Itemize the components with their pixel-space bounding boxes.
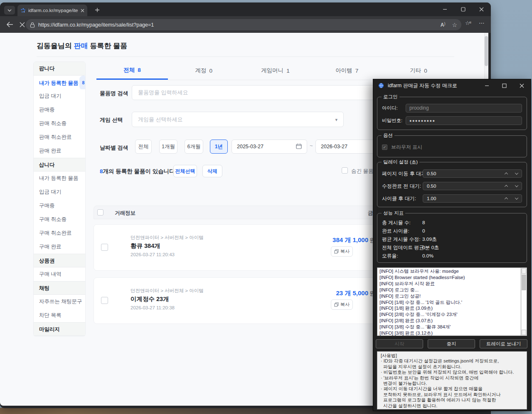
check-icon: ✓	[383, 145, 386, 149]
scroll-up-icon[interactable]	[522, 268, 526, 274]
send-to-tray-button[interactable]: 트레이로 보내기	[480, 339, 527, 348]
id-input[interactable]: prooding	[406, 104, 522, 113]
tab-close-icon[interactable]	[81, 9, 84, 12]
spin-down-icon[interactable]	[515, 171, 518, 174]
stat-total-posts-label: 총 게시물 수:	[382, 220, 411, 226]
spin-up-icon[interactable]	[505, 197, 508, 201]
collections-icon[interactable]: ☆≡	[465, 20, 470, 26]
log-panel[interactable]: [INFO] 시스템 브라우저 사용: msedge[INFO] Browser…	[377, 267, 527, 336]
sidebar-item-deposit-wait[interactable]: 입금 대기	[34, 89, 85, 103]
tab-etc[interactable]: 기타0	[383, 61, 454, 80]
usage-line: 프로그램의 로그창을 활용하여 에러가 나지 않는 적절한	[381, 397, 523, 403]
select-all-rows-checkbox[interactable]	[97, 209, 103, 216]
tab-search-button[interactable]	[4, 6, 15, 15]
log-scroll-thumb[interactable]	[522, 274, 526, 290]
tab-item[interactable]: 아이템7	[311, 61, 383, 80]
maximize-icon[interactable]	[461, 7, 466, 12]
url-text: https://idfarm.co.kr/mypage/items/sale/l…	[38, 22, 441, 28]
game-select[interactable]: 게임을 선택하세요 ▾	[132, 112, 344, 127]
stat-avg-edit-label: 평균 게시물 수정:	[382, 236, 420, 243]
read-aloud-icon[interactable]: A)	[441, 22, 446, 28]
calendar-icon[interactable]	[296, 143, 302, 150]
sidebar-item-buy-deposit-wait[interactable]: 입금 대기	[34, 185, 85, 199]
sidebar-item-buy-cancel-done[interactable]: 구매 취소완료	[34, 226, 85, 240]
row-checkbox[interactable]	[101, 297, 108, 304]
usage-line: · 페이지 이동 대기시간을 너무 짧게 잡으면 매물을	[381, 386, 523, 392]
log-line: [INFO] [2/8] 수정 중... '이계정수 23개'	[379, 311, 520, 318]
minimize-icon[interactable]	[442, 7, 448, 12]
spin-down-icon[interactable]	[515, 184, 518, 187]
spin-up-icon[interactable]	[505, 185, 508, 188]
sidebar-item-sale-done[interactable]: 판매 완료	[34, 144, 85, 158]
close-icon[interactable]	[479, 7, 484, 12]
log-line: [INFO] 시스템 브라우저 사용: msedge	[379, 268, 520, 274]
sidebar-item-buy-registered[interactable]: 내가 등록한 물품	[34, 171, 85, 185]
stat-cycles-value: 0	[422, 228, 425, 234]
sidebar-item-buying[interactable]: 구매중	[34, 199, 85, 213]
date-from-field[interactable]: 2025-03-27	[232, 140, 307, 154]
sidebar-header-mileage: 마일리지	[34, 322, 85, 336]
favorite-star-icon[interactable]: ☆	[452, 22, 457, 28]
date-range-1m-button[interactable]: 1개월	[159, 140, 177, 154]
hidden-items-checkbox[interactable]	[342, 167, 348, 174]
log-scrollbar[interactable]	[521, 268, 527, 336]
sidebar-item-sale-canceling[interactable]: 판매 취소중	[34, 117, 85, 130]
stat-total-posts-value: 8	[422, 220, 425, 225]
maximize-icon[interactable]	[502, 83, 507, 88]
browser-tab-strip: idfarm.co.kr/mypage/items/sale/lis	[0, 2, 491, 16]
sidebar-item-chat-phrases[interactable]: 자주쓰는 채팅문구	[34, 295, 85, 309]
options-group-label: 옵션	[382, 132, 394, 139]
delay-edit-spinner[interactable]: 0.50	[423, 182, 522, 190]
delay-cycle-spinner[interactable]: 1.00	[423, 194, 522, 203]
spin-up-icon[interactable]	[505, 172, 508, 176]
password-input[interactable]: ●●●●●●●●●	[406, 116, 522, 125]
date-range-all-button[interactable]: 전체	[135, 140, 152, 154]
date-range-1y-button[interactable]: 1년	[210, 140, 228, 154]
copy-button[interactable]: 복사	[331, 246, 353, 257]
log-line: [INFO] [2/8] 완료 (3.07초)	[379, 318, 520, 324]
log-line: [INFO] 로그인 성공!	[379, 293, 520, 299]
tab-account[interactable]: 계정0	[168, 61, 239, 80]
copy-icon	[334, 249, 339, 254]
tab-game-money[interactable]: 게임머니1	[239, 61, 311, 80]
copy-button[interactable]: 복사	[331, 299, 353, 310]
delay-group: 딜레이 설정 (초) 페이지 이동 후 대기: 0.50 수정완료 전 대기: …	[377, 162, 527, 207]
sidebar-item-selling[interactable]: 판매중	[34, 103, 85, 117]
date-range-6m-button[interactable]: 6개월	[185, 140, 203, 154]
row-checkbox[interactable]	[101, 244, 108, 251]
log-lines: [INFO] 시스템 브라우저 사용: msedge[INFO] Browser…	[379, 268, 520, 336]
tab-all[interactable]: 전체8	[96, 61, 168, 80]
log-line: [INFO] Browser started (headless=False)	[379, 274, 520, 281]
sidebar-item-purchase-history[interactable]: 구매 내역	[34, 267, 85, 281]
stat-avg-edit-value: 3.09초	[422, 236, 437, 243]
page-scroll-thumb[interactable]	[485, 36, 488, 66]
sidebar-item-buy-canceling[interactable]: 구매 취소중	[34, 213, 85, 226]
divider	[37, 56, 454, 57]
sidebar: 팝니다 내가 등록한 물품8 입금 대기 판매중 판매 취소중 판매 취소완료 …	[33, 61, 86, 336]
start-button[interactable]: 시작	[376, 339, 423, 348]
options-group: 옵션 ✓ 브라우저 표시	[377, 135, 527, 157]
spin-down-icon[interactable]	[515, 196, 518, 199]
sidebar-item-block-list[interactable]: 차단 목록	[34, 309, 85, 322]
scroll-down-icon[interactable]	[522, 330, 526, 335]
stop-button[interactable]: 중지	[428, 339, 475, 348]
address-bar[interactable]: https://idfarm.co.kr/mypage/items/sale/l…	[26, 19, 461, 30]
new-tab-button[interactable]	[92, 5, 102, 15]
sidebar-item-my-registered[interactable]: 내가 등록한 물품8	[34, 76, 85, 89]
close-icon[interactable]	[519, 83, 524, 88]
log-line: [INFO] 브라우저 시작 완료	[379, 281, 520, 287]
stop-icon[interactable]	[17, 20, 27, 29]
back-icon[interactable]	[5, 20, 14, 29]
usage-line: 파일을 지우시면 설정이 초기화됩니다.	[381, 364, 523, 370]
show-browser-checkbox[interactable]: ✓	[382, 145, 387, 150]
browser-toolbar: https://idfarm.co.kr/mypage/items/sale/l…	[0, 16, 491, 33]
minimize-icon[interactable]	[484, 83, 489, 88]
macro-title-bar[interactable]: idfarm 판매글 자동 수정 매크로	[373, 79, 531, 92]
settings-more-icon[interactable]: ⋯	[479, 20, 485, 26]
browser-tab[interactable]: idfarm.co.kr/mypage/items/sale/lis	[17, 5, 87, 16]
select-all-button[interactable]: 전체선택	[173, 165, 197, 177]
delete-button[interactable]: 삭제	[202, 165, 222, 177]
sidebar-item-buy-done[interactable]: 구매 완료	[34, 240, 85, 254]
sidebar-item-sale-cancel-done[interactable]: 판매 취소완료	[34, 130, 85, 144]
delay-page-spinner[interactable]: 0.50	[423, 169, 522, 178]
